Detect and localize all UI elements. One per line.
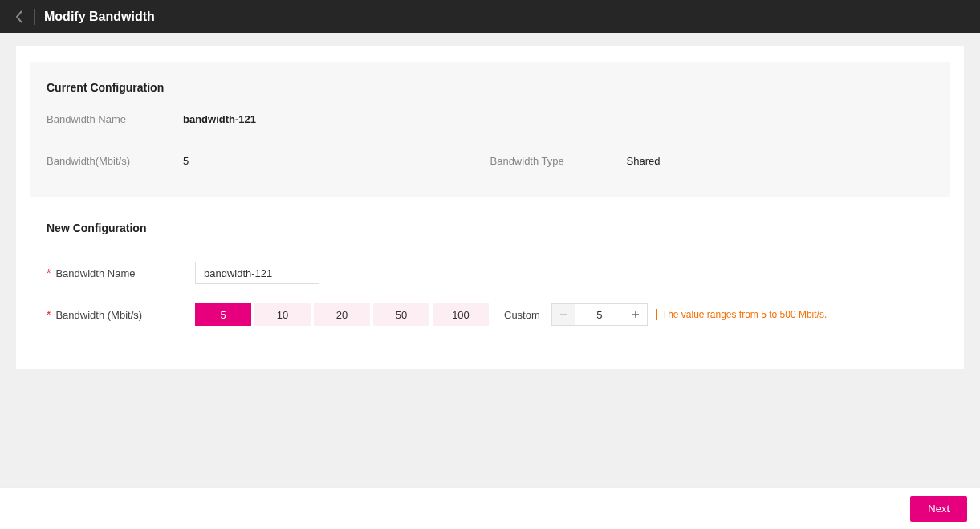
- next-button[interactable]: Next: [910, 496, 967, 522]
- new-bw-row: * Bandwidth (Mbit/s) 5 10 20 50 100 Cust…: [47, 303, 933, 326]
- bandwidth-options: 5 10 20 50 100 Custom: [195, 303, 827, 326]
- dashed-divider: [47, 140, 933, 140]
- bandwidth-custom-input[interactable]: [575, 304, 624, 325]
- bw-option-50[interactable]: 50: [373, 303, 429, 326]
- new-name-label-text: Bandwidth Name: [55, 267, 135, 279]
- current-name-label: Bandwidth Name: [47, 113, 183, 125]
- current-name-row: Bandwidth Name bandwidth-121: [47, 113, 933, 125]
- current-name-value: bandwidth-121: [183, 113, 256, 125]
- bw-option-20[interactable]: 20: [314, 303, 370, 326]
- content-wrapper: Current Configuration Bandwidth Name ban…: [0, 33, 980, 382]
- bw-option-100[interactable]: 100: [433, 303, 489, 326]
- required-icon: *: [47, 267, 51, 279]
- bandwidth-stepper: [551, 303, 648, 326]
- stepper-decrement[interactable]: [552, 304, 575, 325]
- new-name-row: * Bandwidth Name: [47, 262, 933, 284]
- bandwidth-name-input[interactable]: [195, 262, 319, 284]
- current-bw-label: Bandwidth(Mbit/s): [47, 155, 183, 167]
- current-type-value: Shared: [627, 155, 661, 167]
- required-icon: *: [47, 309, 51, 320]
- footer-bar: Next: [0, 487, 980, 529]
- current-type-label: Bandwidth Type: [490, 155, 627, 167]
- stepper-increment[interactable]: [624, 304, 647, 325]
- new-config-panel: New Configuration * Bandwidth Name * Ban…: [30, 222, 950, 326]
- current-config-title: Current Configuration: [47, 81, 933, 94]
- chevron-left-icon: [15, 10, 23, 23]
- bw-option-5[interactable]: 5: [195, 303, 251, 326]
- custom-label: Custom: [504, 309, 540, 321]
- header-divider: [34, 9, 35, 25]
- back-button[interactable]: [10, 7, 29, 26]
- bw-option-10[interactable]: 10: [254, 303, 311, 326]
- main-card: Current Configuration Bandwidth Name ban…: [16, 46, 964, 369]
- range-note: The value ranges from 5 to 500 Mbit/s.: [656, 309, 827, 320]
- new-bw-label-text: Bandwidth (Mbit/s): [55, 309, 142, 321]
- page-title: Modify Bandwidth: [44, 10, 155, 24]
- new-bw-label: * Bandwidth (Mbit/s): [47, 309, 195, 321]
- new-name-label: * Bandwidth Name: [47, 267, 195, 279]
- plus-icon: [631, 310, 640, 319]
- current-bw-row: Bandwidth(Mbit/s) 5 Bandwidth Type Share…: [47, 155, 933, 167]
- page-header: Modify Bandwidth: [0, 0, 980, 33]
- current-bw-value: 5: [183, 155, 189, 167]
- current-config-panel: Current Configuration Bandwidth Name ban…: [30, 62, 950, 197]
- new-config-title: New Configuration: [47, 222, 933, 234]
- minus-icon: [559, 310, 568, 319]
